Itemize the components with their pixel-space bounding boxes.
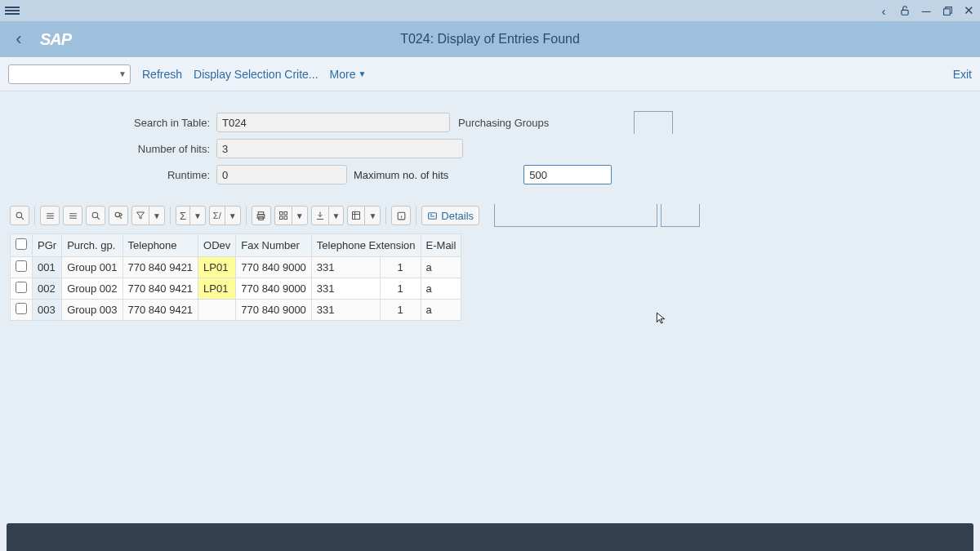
menu-icon[interactable] — [5, 5, 20, 16]
svg-point-2 — [16, 212, 22, 218]
chevron-down-icon[interactable]: ▼ — [190, 211, 205, 220]
runtime-label: Runtime: — [8, 169, 216, 181]
cell-purchgp: Group 003 — [62, 300, 122, 321]
details-button[interactable]: Details — [421, 206, 479, 225]
col-fax[interactable]: Fax Number — [236, 234, 312, 257]
cell-purchgp: Group 002 — [62, 278, 122, 300]
cell-telext: 331 — [311, 300, 380, 321]
cell-ext2: 1 — [380, 278, 421, 300]
export-button[interactable]: ▼ — [311, 206, 345, 225]
form-area: Search in Table: T024 Purchasing Groups … — [0, 91, 980, 199]
lock-open-icon[interactable] — [898, 4, 911, 17]
svg-rect-8 — [279, 212, 283, 216]
col-telext[interactable]: Telephone Extension — [311, 234, 421, 257]
col-pgr[interactable]: PGr — [33, 234, 62, 257]
decorative-box-bottom-left — [494, 204, 657, 227]
cell-telext: 331 — [311, 278, 380, 300]
cell-email: a — [421, 300, 461, 321]
search-in-table-label: Search in Table: — [8, 117, 216, 129]
cell-telephone: 770 840 9421 — [122, 278, 198, 300]
minimize-icon[interactable]: ─ — [920, 4, 933, 17]
cell-ext2: 1 — [380, 300, 421, 321]
table-row[interactable]: 002Group 002770 840 9421LP01770 840 9000… — [11, 278, 461, 300]
sum-button[interactable]: Σ ▼ — [176, 206, 206, 225]
cell-pgr: 002 — [33, 278, 62, 300]
cell-telext: 331 — [311, 257, 380, 278]
table-description: Purchasing Groups — [453, 117, 549, 129]
details-label: Details — [441, 210, 474, 222]
restore-icon[interactable] — [941, 4, 954, 17]
number-of-hits-field: 3 — [216, 139, 463, 158]
cell-telephone: 770 840 9421 — [122, 257, 198, 278]
command-field[interactable]: ▼ — [8, 64, 131, 84]
svg-rect-11 — [284, 216, 287, 220]
cell-odev: LP01 — [198, 257, 236, 278]
chevron-down-icon: ▼ — [358, 69, 366, 78]
cell-odev: LP01 — [198, 278, 236, 300]
view-button[interactable]: ▼ — [274, 206, 308, 225]
app-toolbar: ▼ Refresh Display Selection Crite... Mor… — [0, 57, 980, 91]
subtotal-button[interactable]: Σ/ ▼ — [209, 206, 241, 225]
select-all-checkbox-header[interactable] — [11, 234, 33, 257]
chevron-down-icon[interactable]: ▼ — [365, 211, 380, 220]
row-checkbox[interactable] — [11, 300, 33, 321]
svg-rect-9 — [284, 212, 287, 216]
cell-pgr: 001 — [33, 257, 62, 278]
decorative-box-bottom-right — [661, 204, 700, 227]
row-checkbox[interactable] — [11, 257, 33, 278]
runtime-field: 0 — [216, 165, 347, 184]
max-hits-field[interactable]: 500 — [523, 165, 612, 184]
search-in-table-field[interactable]: T024 — [216, 113, 450, 132]
cell-telephone: 770 840 9421 — [122, 300, 198, 321]
alv-toolbar: ▼ Σ ▼ Σ/ ▼ ▼ ▼ ▼ Details — [0, 199, 980, 233]
col-telephone[interactable]: Telephone — [122, 234, 198, 257]
col-email[interactable]: E-Mail — [421, 234, 461, 257]
cell-email: a — [421, 278, 461, 300]
svg-point-4 — [115, 212, 119, 216]
chevron-down-icon[interactable]: ▼ — [225, 211, 240, 220]
chevron-down-icon[interactable]: ▼ — [329, 211, 344, 220]
table-row[interactable]: 001Group 001770 840 9421LP01770 840 9000… — [11, 257, 461, 278]
zoom-icon[interactable] — [10, 206, 29, 225]
result-table: PGr Purch. gp. Telephone ODev Fax Number… — [10, 233, 970, 321]
chevron-down-icon[interactable]: ▼ — [292, 211, 307, 220]
cell-ext2: 1 — [380, 257, 421, 278]
cell-odev — [198, 300, 236, 321]
cell-purchgp: Group 001 — [62, 257, 122, 278]
svg-point-3 — [92, 212, 98, 218]
cell-pgr: 003 — [33, 300, 62, 321]
cell-email: a — [421, 257, 461, 278]
filter-button[interactable]: ▼ — [131, 206, 165, 225]
max-hits-label: Maximum no. of hits — [354, 169, 453, 181]
chevron-down-icon[interactable]: ▼ — [149, 211, 164, 220]
find-icon[interactable] — [86, 206, 105, 225]
find-next-icon[interactable] — [109, 206, 128, 225]
chevron-left-icon[interactable]: ‹ — [877, 4, 890, 17]
page-title: T024: Display of Entries Found — [80, 32, 900, 47]
info-icon[interactable] — [391, 206, 411, 225]
svg-rect-10 — [279, 216, 283, 220]
col-odev[interactable]: ODev — [198, 234, 236, 257]
window-bar: ‹ ─ ✕ — [0, 0, 980, 21]
decorative-box-top — [634, 111, 673, 134]
row-checkbox[interactable] — [11, 278, 33, 300]
number-of-hits-label: Number of hits: — [8, 143, 216, 155]
display-selection-link[interactable]: Display Selection Crite... — [194, 68, 318, 81]
svg-rect-0 — [902, 10, 908, 15]
cell-fax: 770 840 9000 — [236, 257, 312, 278]
svg-rect-1 — [943, 8, 950, 15]
more-menu[interactable]: More▼ — [330, 68, 367, 81]
print-icon[interactable] — [252, 206, 271, 225]
exit-link[interactable]: Exit — [953, 68, 972, 81]
select-all-icon[interactable] — [40, 206, 60, 225]
close-icon[interactable]: ✕ — [962, 4, 975, 17]
col-purchgp[interactable]: Purch. gp. — [62, 234, 122, 257]
deselect-all-icon[interactable] — [63, 206, 82, 225]
title-bar: ‹ SAP T024: Display of Entries Found — [0, 21, 980, 57]
layout-button[interactable]: ▼ — [347, 206, 381, 225]
back-button[interactable]: ‹ — [7, 27, 31, 51]
table-row[interactable]: 003Group 003770 840 9421770 840 90003311… — [11, 300, 461, 321]
refresh-link[interactable]: Refresh — [142, 68, 182, 81]
cell-fax: 770 840 9000 — [236, 278, 312, 300]
status-bar — [7, 523, 973, 551]
